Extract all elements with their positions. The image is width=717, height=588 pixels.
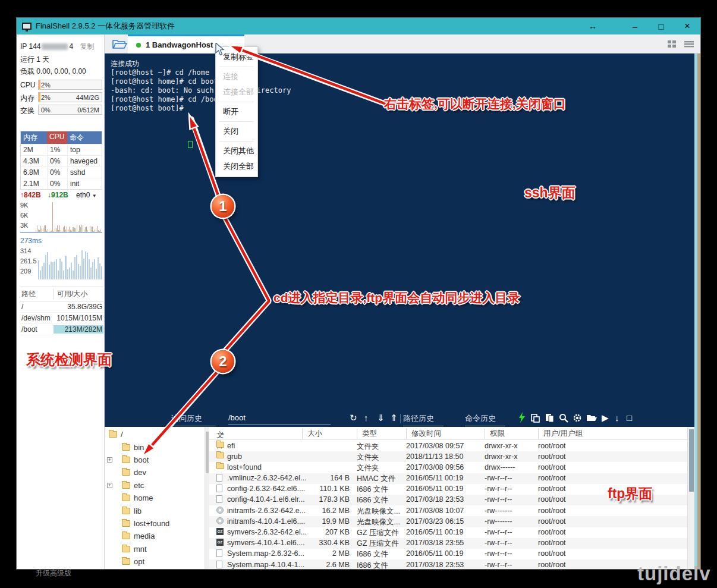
file-type-icon bbox=[216, 549, 222, 557]
path-history-dropdown[interactable]: 路径历史 bbox=[403, 413, 444, 426]
tree-scrollbar[interactable] bbox=[205, 427, 209, 569]
file-row[interactable]: initramfs-2.6.32-642.e... 16.2 MB 光盘映像文.… bbox=[209, 505, 694, 516]
file-row[interactable]: grub 文件夹 2018/11/13 18:50 drwxr-xr-x roo… bbox=[209, 451, 694, 462]
menu-icon[interactable] bbox=[684, 39, 694, 49]
new-window-icon[interactable]: □ bbox=[627, 413, 632, 423]
grid-view-icon[interactable] bbox=[667, 39, 678, 49]
process-row[interactable]: 4.3M 0% haveged bbox=[21, 155, 102, 166]
file-size: 2.6 MB bbox=[296, 561, 350, 569]
close-button[interactable]: × bbox=[674, 20, 700, 32]
visit-history-dropdown[interactable]: 访问历史 bbox=[171, 413, 216, 426]
process-row[interactable]: 2.1M 0% init bbox=[21, 178, 102, 189]
tree-row[interactable]: lost+found bbox=[105, 517, 205, 530]
header-owner[interactable]: 用户/用户组 bbox=[538, 429, 583, 439]
speed-boost-icon[interactable] bbox=[518, 412, 526, 423]
context-menu-item[interactable]: 连接 bbox=[216, 69, 257, 84]
cpu-meter: 2% bbox=[38, 80, 102, 90]
context-menu-item[interactable]: 连接全部 bbox=[216, 84, 257, 100]
file-perm: -rw------- bbox=[485, 507, 536, 515]
process-row[interactable]: 6.8M 0% sshd bbox=[21, 166, 102, 178]
process-table[interactable]: 内存 CPU 命令 2M 1% top 4.3M 0% haveged bbox=[20, 131, 102, 190]
file-perm: -rw------- bbox=[485, 517, 536, 526]
expander-icon[interactable] bbox=[107, 457, 112, 463]
upgrade-link[interactable]: 升级高级版 bbox=[36, 568, 71, 578]
expander-icon[interactable] bbox=[107, 483, 112, 488]
tree-row[interactable]: boot bbox=[105, 454, 205, 466]
interface-select[interactable]: eth0 ▼ bbox=[76, 191, 97, 199]
context-menu-item[interactable] bbox=[219, 67, 254, 67]
tree-label: home bbox=[134, 493, 153, 502]
upload-icon[interactable]: ⇑ bbox=[390, 413, 398, 423]
file-mtime: 2017/03/08 09:57 bbox=[406, 442, 482, 450]
tree-label: etc bbox=[134, 481, 144, 490]
file-type: I686 文件 bbox=[357, 561, 403, 569]
tree-row[interactable]: etc bbox=[105, 479, 205, 492]
open-folder-icon[interactable] bbox=[586, 413, 597, 422]
file-mtime: 2016/05/11 00:19 bbox=[406, 528, 482, 536]
tree-row[interactable]: lib bbox=[105, 504, 205, 517]
file-type: GZ 压缩文件 bbox=[357, 528, 403, 538]
ping-tick: 209 bbox=[20, 268, 37, 278]
file-row[interactable]: symvers-4.10.4-1.el6.... 330.4 KB GZ 压缩文… bbox=[209, 538, 694, 549]
file-row[interactable]: lost+found 文件夹 2017/03/08 09:56 drwx----… bbox=[209, 462, 694, 473]
minimize-button[interactable]: – bbox=[622, 21, 648, 32]
context-menu-item[interactable]: 关闭全部 bbox=[216, 159, 257, 174]
header-mtime[interactable]: 修改时间 bbox=[406, 429, 441, 439]
header-type[interactable]: 类型 bbox=[357, 429, 377, 439]
file-row[interactable]: .vmlinuz-2.6.32-642.el... 164 B HMAC 文件 … bbox=[209, 473, 694, 484]
maximize-button[interactable]: □ bbox=[648, 21, 674, 32]
header-size[interactable]: 大小 bbox=[302, 429, 322, 439]
tree-row[interactable]: bin bbox=[105, 441, 205, 453]
context-menu-item[interactable] bbox=[219, 121, 254, 122]
file-row[interactable]: initramfs-4.10.4-1.el6.... 19.9 MB 光盘映像文… bbox=[209, 516, 694, 527]
download-all-icon[interactable]: ↓ bbox=[615, 413, 619, 423]
context-menu-item[interactable]: 断开 bbox=[216, 104, 257, 120]
tree-row[interactable]: media bbox=[105, 530, 205, 542]
tree-row[interactable]: opt bbox=[105, 555, 205, 568]
tree-row[interactable]: / bbox=[105, 428, 205, 441]
path-input[interactable]: /boot bbox=[228, 413, 331, 425]
run-icon[interactable]: ▶ bbox=[602, 413, 609, 423]
open-connection-button[interactable] bbox=[112, 38, 127, 50]
file-row[interactable]: symvers-2.6.32-642.el... 207 KB GZ 压缩文件 … bbox=[209, 527, 694, 538]
download-icon[interactable]: ⇓ bbox=[377, 413, 385, 423]
disk-row[interactable]: /boot 213M/282M bbox=[20, 324, 103, 335]
ip-suffix: 4 bbox=[69, 42, 73, 51]
disk-row[interactable]: /dev/shm 1015M/1015M bbox=[20, 313, 103, 324]
search-icon[interactable] bbox=[559, 413, 568, 423]
file-owner: root/root bbox=[538, 485, 595, 493]
disk-table[interactable]: 路径 可用/大小 / 35.8G/39G /dev/shm 1015M/1015… bbox=[20, 287, 103, 335]
copy-icon[interactable] bbox=[530, 413, 540, 423]
file-type: 文件夹 bbox=[357, 463, 403, 473]
cmd-history-dropdown[interactable]: 命令历史 bbox=[465, 413, 505, 426]
settings-gear-icon[interactable] bbox=[573, 413, 582, 423]
refresh-icon[interactable]: ↻ bbox=[350, 413, 357, 423]
context-menu-item[interactable] bbox=[219, 141, 254, 142]
process-mem: 2.1M bbox=[21, 178, 47, 189]
tree-row[interactable]: dev bbox=[105, 466, 205, 479]
context-menu-item[interactable] bbox=[219, 102, 254, 102]
file-size: 19.9 MB bbox=[296, 517, 350, 526]
file-size: 110.1 KB bbox=[296, 485, 350, 493]
tree-row[interactable]: home bbox=[105, 492, 205, 504]
file-row[interactable]: System.map-4.10.4-1... 2.6 MB I686 文件 20… bbox=[209, 559, 694, 569]
file-row[interactable]: efi 文件夹 2017/03/08 09:57 drwxr-xr-x root… bbox=[209, 441, 694, 451]
tree-row[interactable]: mnt bbox=[105, 543, 205, 555]
paste-icon[interactable] bbox=[545, 413, 554, 423]
header-perm[interactable]: 权限 bbox=[485, 429, 505, 439]
file-type-icon bbox=[216, 528, 224, 535]
process-row[interactable]: 2M 1% top bbox=[21, 144, 102, 155]
copy-ip-button[interactable]: 复制 bbox=[80, 42, 95, 51]
context-menu-item[interactable]: 关闭其他 bbox=[216, 143, 257, 159]
file-row[interactable]: System.map-2.6.32-6... 2 MB I686 文件 2016… bbox=[209, 549, 694, 559]
up-directory-icon[interactable]: ↑ bbox=[364, 413, 369, 423]
disk-row[interactable]: / 35.8G/39G bbox=[20, 301, 103, 313]
process-cpu: 0% bbox=[47, 178, 67, 189]
context-menu-item[interactable]: 关闭 bbox=[216, 124, 257, 139]
file-type: I686 文件 bbox=[357, 549, 403, 559]
resize-icon[interactable]: ↔ bbox=[589, 18, 597, 34]
col-path: 路径 bbox=[20, 289, 54, 299]
load-label: 负载 0.00, 0.00, 0.00 bbox=[20, 67, 102, 77]
mouse-cursor bbox=[215, 43, 225, 56]
file-list-scrollbar[interactable] bbox=[687, 427, 694, 569]
